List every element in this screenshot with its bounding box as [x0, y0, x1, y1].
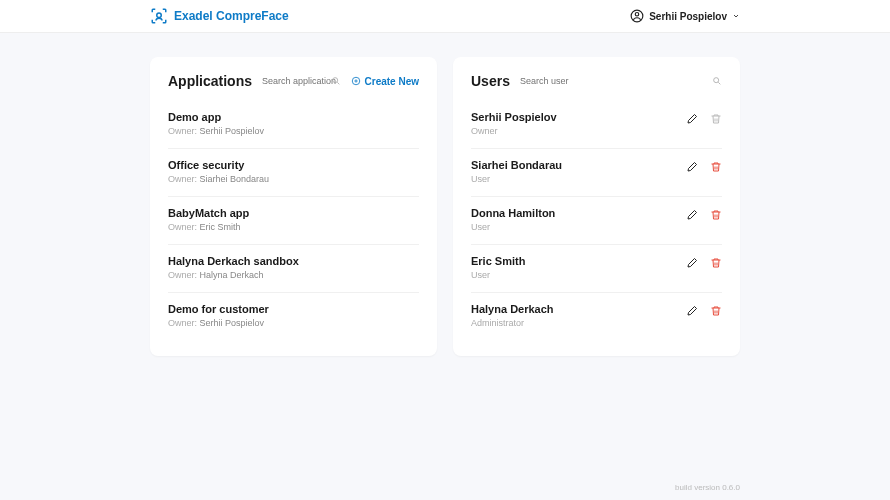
build-version: build version 0.6.0 — [675, 483, 740, 492]
applications-list: Demo app Owner: Serhii Pospielov Office … — [168, 101, 419, 340]
user-actions — [686, 161, 722, 173]
application-owner: Owner: Eric Smith — [168, 222, 419, 232]
svg-point-8 — [714, 78, 719, 83]
user-row: Donna Hamilton User — [471, 197, 722, 245]
application-owner: Owner: Serhii Pospielov — [168, 126, 419, 136]
user-row: Halyna Derkach Administrator — [471, 293, 722, 340]
current-user-name: Serhii Pospielov — [649, 11, 727, 22]
users-card: Users Serhii Pospielov Owner Siarhei Bon… — [453, 57, 740, 356]
application-row[interactable]: BabyMatch app Owner: Eric Smith — [168, 197, 419, 245]
application-name: Office security — [168, 159, 419, 171]
main-content: Applications Create New Demo app Owner: … — [0, 33, 890, 356]
edit-icon[interactable] — [686, 305, 698, 317]
chevron-down-icon — [732, 12, 740, 20]
users-search-input[interactable] — [520, 76, 722, 86]
users-list: Serhii Pospielov Owner Siarhei Bondarau … — [471, 101, 722, 340]
search-icon — [712, 76, 722, 86]
user-actions — [686, 305, 722, 317]
users-header: Users — [471, 73, 722, 89]
face-scan-icon — [150, 7, 168, 25]
svg-point-2 — [635, 13, 639, 17]
edit-icon[interactable] — [686, 209, 698, 221]
user-role: Administrator — [471, 318, 686, 328]
delete-icon[interactable] — [710, 113, 722, 125]
user-name: Eric Smith — [471, 255, 686, 267]
user-actions — [686, 209, 722, 221]
delete-icon[interactable] — [710, 305, 722, 317]
applications-title: Applications — [168, 73, 252, 89]
logo[interactable]: Exadel CompreFace — [150, 7, 289, 25]
create-new-button[interactable]: Create New — [351, 76, 419, 87]
applications-header: Applications Create New — [168, 73, 419, 89]
user-role: User — [471, 270, 686, 280]
user-info: Siarhei Bondarau User — [471, 159, 686, 184]
user-row: Siarhei Bondarau User — [471, 149, 722, 197]
logo-text: Exadel CompreFace — [174, 9, 289, 23]
edit-icon[interactable] — [686, 257, 698, 269]
search-icon — [331, 76, 341, 86]
user-info: Serhii Pospielov Owner — [471, 111, 686, 136]
application-name: Demo for customer — [168, 303, 419, 315]
application-row[interactable]: Office security Owner: Siarhei Bondarau — [168, 149, 419, 197]
application-owner: Owner: Halyna Derkach — [168, 270, 419, 280]
user-info: Eric Smith User — [471, 255, 686, 280]
users-title: Users — [471, 73, 510, 89]
application-row[interactable]: Demo app Owner: Serhii Pospielov — [168, 101, 419, 149]
application-name: BabyMatch app — [168, 207, 419, 219]
user-info: Halyna Derkach Administrator — [471, 303, 686, 328]
svg-line-4 — [337, 82, 339, 84]
delete-icon[interactable] — [710, 257, 722, 269]
header: Exadel CompreFace Serhii Pospielov — [0, 0, 890, 33]
application-owner: Owner: Siarhei Bondarau — [168, 174, 419, 184]
user-actions — [686, 257, 722, 269]
user-role: User — [471, 222, 686, 232]
edit-icon[interactable] — [686, 161, 698, 173]
user-name: Donna Hamilton — [471, 207, 686, 219]
edit-icon[interactable] — [686, 113, 698, 125]
plus-circle-icon — [351, 76, 361, 86]
user-name: Serhii Pospielov — [471, 111, 686, 123]
application-row[interactable]: Demo for customer Owner: Serhii Pospielo… — [168, 293, 419, 340]
user-name: Halyna Derkach — [471, 303, 686, 315]
user-avatar-icon — [630, 9, 644, 23]
applications-search-wrap — [262, 76, 341, 86]
user-menu[interactable]: Serhii Pospielov — [630, 9, 740, 23]
user-info: Donna Hamilton User — [471, 207, 686, 232]
users-search-wrap — [520, 76, 722, 86]
user-row: Serhii Pospielov Owner — [471, 101, 722, 149]
delete-icon[interactable] — [710, 209, 722, 221]
svg-line-9 — [718, 82, 720, 84]
application-name: Halyna Derkach sandbox — [168, 255, 419, 267]
svg-point-0 — [157, 13, 162, 18]
user-row: Eric Smith User — [471, 245, 722, 293]
user-actions — [686, 113, 722, 125]
user-role: Owner — [471, 126, 686, 136]
application-owner: Owner: Serhii Pospielov — [168, 318, 419, 328]
applications-card: Applications Create New Demo app Owner: … — [150, 57, 437, 356]
application-name: Demo app — [168, 111, 419, 123]
applications-search-input[interactable] — [262, 76, 341, 86]
svg-point-3 — [332, 78, 337, 83]
application-row[interactable]: Halyna Derkach sandbox Owner: Halyna Der… — [168, 245, 419, 293]
user-role: User — [471, 174, 686, 184]
user-name: Siarhei Bondarau — [471, 159, 686, 171]
delete-icon[interactable] — [710, 161, 722, 173]
create-new-label: Create New — [365, 76, 419, 87]
